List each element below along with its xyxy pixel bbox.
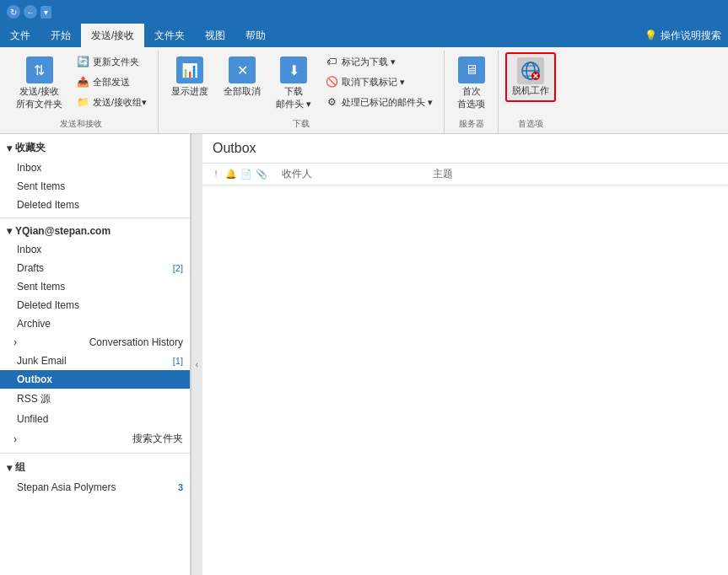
main-layout: ▾ 收藏夹 Inbox Sent Items Deleted Items ▾ Y… bbox=[0, 134, 728, 575]
quick-access: ▾ bbox=[40, 6, 51, 19]
unfiled-label: Unfiled bbox=[17, 413, 48, 425]
favorites-header[interactable]: ▾ 收藏夹 bbox=[0, 137, 190, 159]
account-chevron: ▾ bbox=[7, 225, 12, 237]
table-header: ! 🔔 📄 📎 收件人 主题 bbox=[202, 164, 728, 185]
ribbon-content: ⇅ 发送/接收所有文件夹 🔄 更新文件夹 📤 全部发送 📁 发送/接收组▾ bbox=[0, 47, 728, 133]
process-marked-btn[interactable]: ⚙ 处理已标记的邮件头 ▾ bbox=[321, 93, 437, 111]
content-title: Outbox bbox=[202, 134, 728, 164]
sidebar-item-convhistory[interactable]: › Conversation History bbox=[0, 333, 190, 352]
cancel-mark-btn[interactable]: 🚫 取消下载标记 ▾ bbox=[321, 73, 437, 91]
preferences-group: 脱机工作 首选项 bbox=[499, 51, 563, 133]
fav-deleteditems-label: Deleted Items bbox=[17, 199, 79, 211]
download-btns: 📊 显示进度 ✕ 全部取消 ⬇ 下载邮件头 ▾ 🏷 标记为下载 ▾ bbox=[165, 52, 437, 115]
sendrecv-icon: ⇅ bbox=[26, 56, 53, 83]
sendall-icon: 📤 bbox=[76, 75, 89, 89]
back-btn[interactable]: ← bbox=[24, 5, 37, 19]
archive-label: Archive bbox=[17, 318, 51, 330]
sendrecv-group-btn[interactable]: 📁 发送/接收组▾ bbox=[72, 93, 151, 111]
process-icon: ⚙ bbox=[325, 95, 338, 109]
sentitems-label: Sent Items bbox=[17, 281, 65, 293]
offline-work-btn[interactable]: 脱机工作 bbox=[505, 52, 556, 102]
tab-start[interactable]: 开始 bbox=[40, 24, 81, 47]
sidebar-item-drafts[interactable]: Drafts [2] bbox=[0, 259, 190, 277]
sidebar-item-inbox[interactable]: Inbox bbox=[0, 240, 190, 259]
divider-2 bbox=[0, 453, 190, 454]
account-header[interactable]: ▾ YQian@stepan.com bbox=[0, 222, 190, 240]
recipient-header: 收件人 bbox=[275, 167, 426, 181]
sidebar-item-searchfolder[interactable]: › 搜索文件夹 bbox=[0, 428, 190, 449]
account-label: YQian@stepan.com bbox=[15, 225, 111, 237]
stepan-badge: 3 bbox=[178, 482, 183, 492]
searchfolder-label: 搜索文件夹 bbox=[132, 432, 183, 446]
type-icon: 📄 bbox=[240, 169, 253, 180]
junkemail-label: Junk Email bbox=[17, 355, 67, 367]
server-group-label: 服务器 bbox=[459, 115, 484, 132]
junkemail-badge: [1] bbox=[173, 356, 183, 366]
sidebar-container: ▾ 收藏夹 Inbox Sent Items Deleted Items ▾ Y… bbox=[0, 134, 202, 575]
globe-icon bbox=[520, 61, 541, 81]
ribbon-tab-bar: 文件 开始 发送/接收 文件夹 视图 帮助 💡 操作说明搜索 bbox=[0, 24, 728, 47]
groups-header[interactable]: ▾ 组 bbox=[0, 457, 190, 478]
convhistory-chevron: › bbox=[13, 336, 17, 348]
deleteditems-label: Deleted Items bbox=[17, 299, 79, 311]
sidebar-collapse-btn[interactable]: ‹ bbox=[191, 134, 202, 575]
ribbon: 文件 开始 发送/接收 文件夹 视图 帮助 💡 操作说明搜索 ⇅ 发送/接收所有… bbox=[0, 24, 728, 134]
sidebar-item-fav-inbox[interactable]: Inbox bbox=[0, 159, 190, 177]
mark-download-btn[interactable]: 🏷 标记为下载 ▾ bbox=[321, 52, 437, 71]
server-icon: 🖥 bbox=[458, 56, 485, 83]
rss-label: RSS 源 bbox=[17, 392, 51, 406]
sidebar-item-archive[interactable]: Archive bbox=[0, 314, 190, 333]
sendrecv-all-btn[interactable]: ⇅ 发送/接收所有文件夹 bbox=[10, 52, 68, 115]
group-icon: 📁 bbox=[76, 95, 89, 109]
reminder-icon: 🔔 bbox=[224, 169, 238, 180]
groups-label: 组 bbox=[15, 460, 25, 475]
searchfolder-chevron: › bbox=[13, 433, 17, 445]
stepan-label: Stepan Asia Polymers bbox=[17, 481, 116, 493]
refresh-btn[interactable]: ↻ bbox=[7, 5, 20, 19]
send-all-btn[interactable]: 📤 全部发送 bbox=[72, 73, 151, 91]
fav-sentitems-label: Sent Items bbox=[17, 180, 65, 192]
download-icon: ⬇ bbox=[280, 56, 307, 83]
lightbulb-icon: 💡 bbox=[644, 30, 657, 41]
outbox-label: Outbox bbox=[17, 373, 52, 385]
search-label[interactable]: 操作说明搜索 bbox=[661, 29, 721, 43]
cancel-all-btn[interactable]: ✕ 全部取消 bbox=[218, 52, 267, 102]
download-headers-btn[interactable]: ⬇ 下载邮件头 ▾ bbox=[270, 52, 317, 115]
offline-icon-container bbox=[517, 57, 544, 84]
preferences-group-label: 首选项 bbox=[518, 115, 543, 132]
divider-1 bbox=[0, 218, 190, 218]
tab-folder[interactable]: 文件夹 bbox=[144, 24, 195, 47]
subject-header: 主题 bbox=[433, 167, 721, 181]
update-icon: 🔄 bbox=[76, 55, 89, 68]
inbox-label: Inbox bbox=[17, 244, 41, 255]
title-bar: ↻ ← ▾ bbox=[0, 0, 728, 24]
tab-sendrecv[interactable]: 发送/接收 bbox=[81, 24, 144, 47]
sidebar-item-deleteditems[interactable]: Deleted Items bbox=[0, 296, 190, 314]
tab-file[interactable]: 文件 bbox=[0, 24, 40, 47]
favorites-label: 收藏夹 bbox=[15, 141, 46, 155]
sendrecv-group-label: 发送和接收 bbox=[60, 115, 102, 132]
sendrecv-btns: ⇅ 发送/接收所有文件夹 🔄 更新文件夹 📤 全部发送 📁 发送/接收组▾ bbox=[10, 52, 151, 115]
tab-view[interactable]: 视图 bbox=[195, 24, 235, 47]
sidebar-item-fav-deleteditems[interactable]: Deleted Items bbox=[0, 196, 190, 214]
cancel-icon: ✕ bbox=[229, 56, 256, 83]
sidebar-item-rss[interactable]: RSS 源 bbox=[0, 389, 190, 410]
sidebar: ▾ 收藏夹 Inbox Sent Items Deleted Items ▾ Y… bbox=[0, 134, 191, 575]
sidebar-item-unfiled[interactable]: Unfiled bbox=[0, 410, 190, 428]
server-btns: 🖥 首次首选项 bbox=[451, 52, 491, 115]
sidebar-item-junkemail[interactable]: Junk Email [1] bbox=[0, 352, 190, 370]
update-folder-btn[interactable]: 🔄 更新文件夹 bbox=[72, 52, 151, 71]
sidebar-item-fav-sentitems[interactable]: Sent Items bbox=[0, 177, 190, 196]
server-group: 🖥 首次首选项 服务器 bbox=[445, 51, 499, 133]
sendrecv-group: ⇅ 发送/接收所有文件夹 🔄 更新文件夹 📤 全部发送 📁 发送/接收组▾ bbox=[3, 51, 159, 133]
tab-help[interactable]: 帮助 bbox=[235, 24, 276, 47]
firstsync-btn[interactable]: 🖥 首次首选项 bbox=[451, 52, 491, 115]
sidebar-item-sentitems[interactable]: Sent Items bbox=[0, 277, 190, 296]
sidebar-item-outbox[interactable]: Outbox bbox=[0, 370, 190, 389]
show-progress-btn[interactable]: 📊 显示进度 bbox=[165, 52, 214, 102]
preferences-btns: 脱机工作 bbox=[505, 52, 556, 102]
offline-label: 脱机工作 bbox=[512, 84, 549, 97]
sidebar-item-stepan[interactable]: Stepan Asia Polymers 3 bbox=[0, 478, 190, 497]
download-group: 📊 显示进度 ✕ 全部取消 ⬇ 下载邮件头 ▾ 🏷 标记为下载 ▾ bbox=[159, 51, 445, 133]
search-area: 💡 操作说明搜索 bbox=[638, 24, 728, 47]
